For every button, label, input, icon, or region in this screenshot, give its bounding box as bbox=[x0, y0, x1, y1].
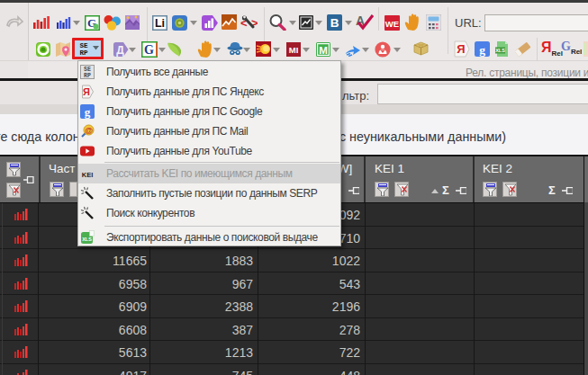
svg-text:g: g bbox=[479, 43, 485, 57]
svg-text:XLS: XLS bbox=[495, 48, 505, 53]
svg-text:WE: WE bbox=[385, 19, 399, 29]
svg-text:RP: RP bbox=[84, 73, 91, 79]
svg-text:SE: SE bbox=[79, 41, 88, 49]
svg-text:XLS: XLS bbox=[82, 237, 92, 242]
svg-text:SE: SE bbox=[84, 67, 91, 73]
svg-text:Я: Я bbox=[83, 86, 90, 97]
svg-text:g: g bbox=[85, 105, 91, 119]
svg-text:KEI: KEI bbox=[82, 171, 94, 179]
svg-text:Я: Я bbox=[457, 42, 465, 56]
svg-text:MI: MI bbox=[289, 45, 299, 55]
svg-text:@: @ bbox=[85, 126, 93, 135]
svg-text:RP: RP bbox=[79, 49, 88, 57]
svg-text:G: G bbox=[144, 43, 154, 57]
svg-text:Li: Li bbox=[155, 17, 165, 30]
svg-text:B: B bbox=[330, 16, 339, 30]
svg-text:Д: Д bbox=[116, 44, 124, 57]
svg-text:M: M bbox=[319, 45, 328, 56]
